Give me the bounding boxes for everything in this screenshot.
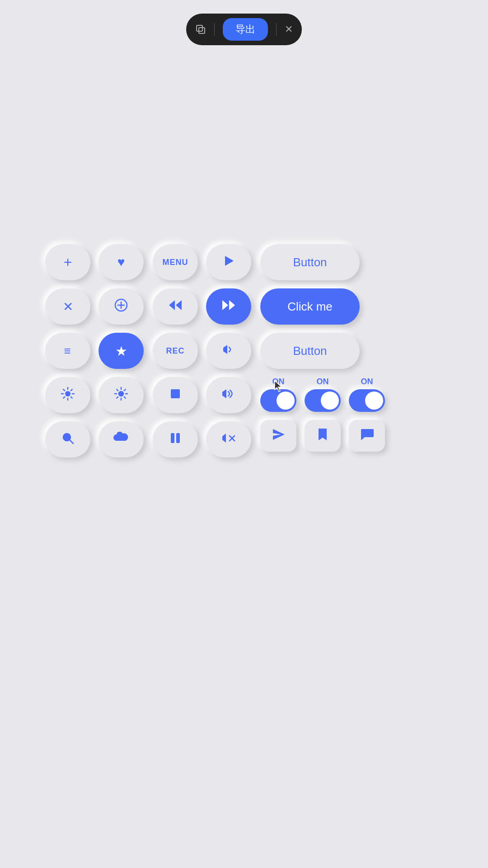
- click-me-label: Click me: [287, 300, 333, 314]
- button-bottom[interactable]: Button: [260, 333, 360, 369]
- button-top-label: Button: [293, 255, 327, 269]
- toggle1-label: ON: [272, 377, 285, 387]
- rewind-btn[interactable]: [153, 288, 198, 325]
- mute-icon: [221, 432, 236, 447]
- chat-icon: [360, 428, 374, 444]
- svg-line-13: [63, 396, 65, 398]
- button-top[interactable]: Button: [260, 244, 360, 280]
- svg-line-22: [117, 396, 118, 398]
- bookmark-icon: [317, 428, 328, 444]
- rewind-icon: [168, 299, 183, 315]
- heart-btn[interactable]: ♥: [99, 244, 144, 280]
- heart-icon: ♥: [117, 255, 125, 269]
- svg-marker-27: [176, 300, 182, 310]
- widget-area: + ♥ ✕ ≡ ★: [45, 244, 385, 458]
- rec-btn[interactable]: REC: [153, 333, 198, 369]
- chat-btn[interactable]: [349, 420, 385, 452]
- equals-icon: ≡: [64, 344, 71, 358]
- svg-line-12: [71, 389, 72, 391]
- add-circle-btn[interactable]: [99, 288, 144, 325]
- sun-outline-btn[interactable]: [99, 377, 144, 413]
- vol-down-btn[interactable]: [206, 333, 251, 369]
- control-grid: MENU REC: [153, 244, 251, 458]
- cloud-icon: [113, 432, 129, 448]
- plus-btn[interactable]: +: [45, 244, 90, 280]
- toggle2-knob: [321, 392, 339, 410]
- equals-btn[interactable]: ≡: [45, 333, 90, 369]
- toggle3[interactable]: [349, 389, 385, 412]
- toggle3-container: ON: [349, 377, 385, 412]
- play-btn[interactable]: [206, 244, 251, 280]
- svg-marker-35: [222, 434, 226, 443]
- svg-rect-0: [199, 28, 205, 33]
- svg-point-5: [65, 391, 70, 396]
- svg-marker-32: [222, 389, 226, 398]
- svg-line-21: [124, 389, 126, 391]
- svg-line-19: [117, 389, 118, 391]
- svg-marker-26: [169, 300, 175, 310]
- fast-forward-btn[interactable]: [206, 288, 251, 325]
- toggle3-label: ON: [361, 377, 373, 387]
- vol-up-btn[interactable]: [206, 377, 251, 413]
- copy-icon: [195, 24, 206, 35]
- rec-label: REC: [166, 346, 184, 356]
- svg-line-10: [63, 389, 65, 391]
- play-icon: [222, 255, 235, 270]
- sun-outline-icon: [114, 387, 128, 404]
- svg-marker-28: [222, 300, 228, 310]
- toggle3-knob: [365, 392, 383, 410]
- right-section: Button Click me Button ON ON ON: [260, 244, 385, 452]
- toolbar: 导出 ✕: [186, 14, 302, 45]
- vol-up-icon: [221, 388, 236, 403]
- stop-btn[interactable]: [153, 377, 198, 413]
- star-icon: ★: [115, 343, 127, 359]
- svg-rect-34: [176, 433, 180, 443]
- svg-marker-25: [225, 256, 234, 266]
- cloud-btn[interactable]: [99, 421, 144, 458]
- toggle-row: ON ON ON: [260, 377, 385, 412]
- send-btn[interactable]: [260, 420, 296, 452]
- icon-small-row: [260, 420, 385, 452]
- svg-marker-29: [229, 300, 235, 310]
- svg-marker-30: [223, 345, 227, 354]
- send-icon: [272, 428, 285, 444]
- search-icon: [61, 432, 74, 448]
- toolbar-divider2: [276, 23, 277, 36]
- click-me-button[interactable]: Click me: [260, 288, 360, 325]
- svg-point-14: [119, 392, 123, 396]
- toolbar-divider: [214, 23, 215, 36]
- svg-rect-31: [171, 389, 180, 398]
- bookmark-btn[interactable]: [305, 420, 341, 452]
- svg-marker-38: [273, 429, 285, 440]
- plus-icon: +: [64, 254, 72, 271]
- close-icon[interactable]: ✕: [285, 24, 293, 35]
- toggle1[interactable]: [260, 389, 296, 412]
- toggle1-knob: [277, 392, 295, 410]
- svg-line-24: [70, 440, 73, 443]
- svg-rect-33: [171, 433, 174, 443]
- x-icon: ✕: [63, 299, 73, 314]
- close-btn[interactable]: ✕: [45, 288, 90, 325]
- toggle2-label: ON: [317, 377, 329, 387]
- icon-grid: + ♥ ✕ ≡ ★: [45, 244, 144, 458]
- toggle2[interactable]: [305, 389, 341, 412]
- svg-line-11: [71, 396, 72, 398]
- menu-btn[interactable]: MENU: [153, 244, 198, 280]
- star-btn[interactable]: ★: [99, 333, 144, 369]
- sun-solid-btn[interactable]: [45, 377, 90, 413]
- svg-rect-1: [197, 25, 202, 31]
- svg-line-20: [124, 396, 126, 398]
- button-bottom-label: Button: [293, 344, 327, 358]
- export-button[interactable]: 导出: [223, 18, 268, 41]
- search-btn[interactable]: [45, 421, 90, 458]
- add-circle-icon: [114, 298, 128, 315]
- pause-icon: [170, 432, 181, 447]
- menu-label: MENU: [163, 258, 188, 267]
- vol-down-icon: [222, 344, 235, 359]
- toggle2-container: ON: [305, 377, 341, 412]
- mute-btn[interactable]: [206, 421, 251, 458]
- toggle1-container: ON: [260, 377, 296, 412]
- fast-forward-icon: [221, 299, 236, 315]
- pause-btn[interactable]: [153, 421, 198, 458]
- stop-icon: [170, 388, 181, 402]
